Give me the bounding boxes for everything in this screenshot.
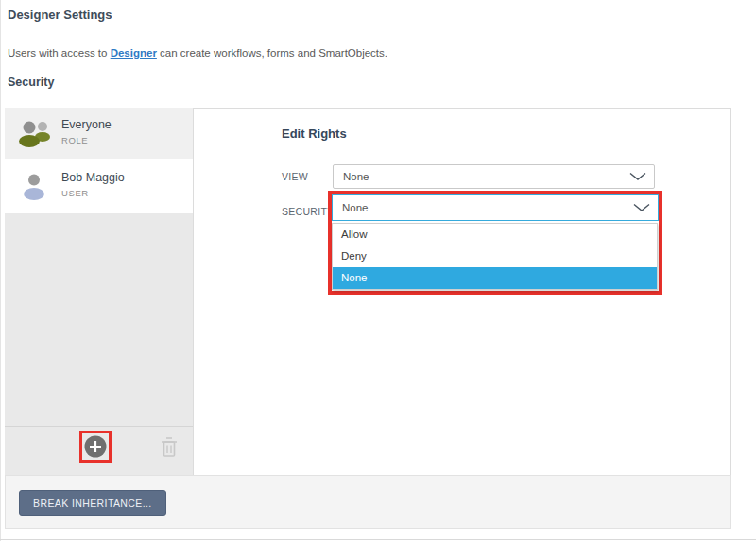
security-select-value: None: [342, 202, 369, 213]
view-select-value: None: [343, 171, 369, 182]
page-bottom-border: [0, 539, 756, 540]
delete-user-button[interactable]: [159, 435, 180, 460]
role-group-icon: [17, 118, 53, 152]
security-heading: Security: [8, 76, 54, 89]
list-item-name: Bob Maggio: [61, 171, 125, 184]
add-button-highlight: [79, 431, 112, 463]
option-none-selected[interactable]: None: [333, 267, 657, 289]
security-select[interactable]: None: [332, 194, 659, 221]
designer-settings-page: Designer Settings Users with access to D…: [0, 0, 756, 541]
description-prefix: Users with access to: [8, 47, 111, 59]
security-label: SECURITY: [282, 206, 335, 217]
user-icon: [17, 171, 53, 205]
option-allow[interactable]: Allow: [333, 224, 657, 245]
security-dropdown-highlight: None Allow Deny None: [328, 191, 662, 295]
option-deny[interactable]: Deny: [333, 245, 657, 267]
trash-icon: [160, 448, 179, 462]
list-item-type: USER: [61, 188, 89, 198]
security-panel: Everyone ROLE Bob Maggio USER: [5, 108, 731, 475]
designer-link[interactable]: Designer: [111, 47, 157, 59]
view-label: VIEW: [282, 171, 308, 182]
list-toolbar: [5, 426, 193, 475]
description-text: Users with access to Designer can create…: [8, 47, 387, 59]
page-left-border: [0, 0, 1, 541]
plus-circle-icon: [84, 447, 107, 461]
description-suffix: can create workflows, forms and SmartObj…: [157, 47, 387, 59]
footer-bar: BREAK INHERITANCE...: [5, 475, 731, 529]
list-item-name: Everyone: [61, 118, 112, 131]
add-user-button[interactable]: [84, 435, 107, 458]
permission-list: Everyone ROLE Bob Maggio USER: [5, 108, 194, 475]
chevron-down-icon: [629, 173, 646, 181]
edit-rights-panel: Edit Rights VIEW None SECURITY None Allo…: [194, 108, 731, 475]
page-title: Designer Settings: [8, 8, 112, 22]
list-empty-area: [5, 213, 193, 426]
list-item-bob-maggio[interactable]: Bob Maggio USER: [5, 161, 193, 211]
list-item-type: ROLE: [61, 135, 88, 145]
view-select[interactable]: None: [333, 164, 655, 189]
security-options-list: Allow Deny None: [332, 223, 658, 290]
list-item-everyone[interactable]: Everyone ROLE: [5, 108, 193, 159]
break-inheritance-button[interactable]: BREAK INHERITANCE...: [19, 490, 166, 516]
chevron-down-icon: [633, 204, 650, 212]
edit-rights-heading: Edit Rights: [282, 127, 347, 141]
